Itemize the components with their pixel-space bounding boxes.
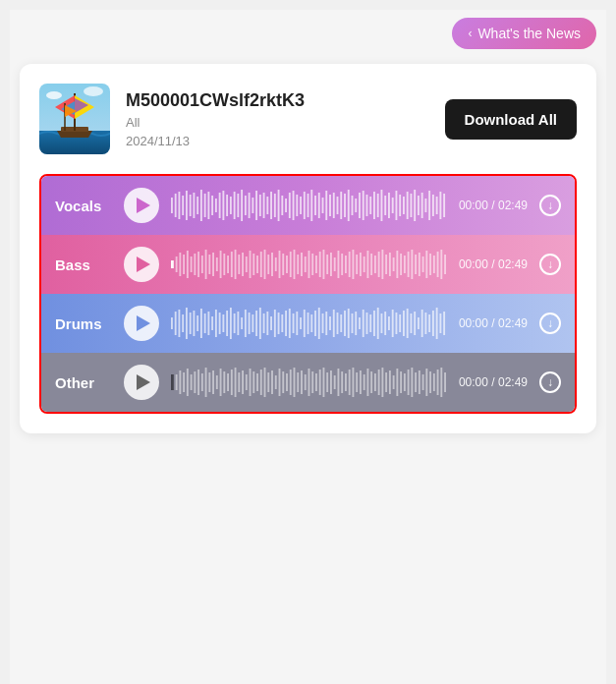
- svg-rect-281: [352, 368, 354, 397]
- svg-rect-18: [211, 196, 213, 215]
- svg-rect-226: [424, 313, 426, 334]
- track-id: M500001CWslf2rktK3: [126, 90, 429, 111]
- svg-rect-176: [241, 317, 243, 329]
- svg-rect-130: [349, 252, 351, 277]
- svg-rect-236: [187, 369, 189, 396]
- svg-rect-147: [411, 250, 413, 279]
- svg-rect-125: [330, 253, 332, 276]
- svg-rect-266: [297, 372, 299, 392]
- svg-rect-251: [242, 370, 244, 394]
- svg-rect-66: [388, 193, 390, 218]
- svg-rect-204: [344, 311, 346, 336]
- time-display-other: 00:00 / 02:49: [459, 375, 528, 389]
- svg-rect-255: [256, 373, 258, 391]
- svg-rect-190: [293, 314, 295, 333]
- svg-rect-42: [300, 197, 302, 214]
- svg-point-2: [84, 86, 103, 96]
- play-button-drums[interactable]: [124, 306, 159, 341]
- svg-rect-172: [226, 311, 228, 336]
- svg-rect-105: [256, 256, 258, 273]
- svg-rect-64: [381, 190, 383, 221]
- svg-rect-69: [399, 195, 401, 216]
- download-button-other[interactable]: ↓: [539, 371, 561, 393]
- svg-rect-126: [334, 257, 336, 271]
- svg-rect-237: [191, 374, 193, 390]
- svg-rect-71: [407, 192, 409, 219]
- svg-rect-141: [389, 253, 391, 276]
- download-button-bass[interactable]: ↓: [539, 254, 561, 275]
- svg-rect-238: [194, 371, 196, 393]
- svg-rect-35: [274, 194, 276, 217]
- svg-rect-164: [196, 315, 198, 331]
- svg-rect-99: [235, 250, 237, 279]
- svg-rect-68: [395, 191, 397, 220]
- main-card: M500001CWslf2rktK3 All 2024/11/13 Downlo…: [20, 64, 596, 433]
- svg-rect-13: [193, 193, 195, 218]
- svg-rect-257: [264, 368, 266, 397]
- svg-rect-100: [238, 255, 240, 274]
- svg-rect-295: [404, 373, 406, 391]
- time-display-drums: 00:00 / 02:49: [459, 316, 528, 330]
- svg-rect-200: [329, 316, 331, 330]
- svg-rect-77: [428, 191, 430, 220]
- svg-rect-201: [333, 310, 335, 337]
- play-button-vocals[interactable]: [124, 188, 159, 223]
- download-button-vocals[interactable]: ↓: [539, 195, 561, 216]
- svg-rect-173: [230, 308, 232, 339]
- download-all-button[interactable]: Download All: [445, 99, 577, 140]
- svg-rect-243: [212, 370, 214, 394]
- svg-rect-249: [235, 368, 237, 397]
- svg-rect-12: [190, 195, 192, 216]
- svg-rect-16: [204, 194, 206, 217]
- svg-rect-277: [337, 369, 339, 396]
- whats-the-news-button[interactable]: ‹ What's the News: [452, 18, 596, 49]
- svg-rect-79: [436, 197, 438, 214]
- svg-rect-157: [171, 317, 173, 329]
- svg-rect-263: [286, 373, 288, 391]
- svg-rect-10: [182, 196, 184, 215]
- svg-rect-253: [250, 369, 252, 396]
- svg-rect-213: [377, 308, 379, 339]
- svg-rect-85: [183, 255, 185, 274]
- svg-rect-65: [384, 196, 386, 215]
- svg-rect-206: [352, 314, 354, 333]
- svg-rect-260: [275, 375, 277, 389]
- svg-rect-235: [183, 372, 185, 392]
- svg-rect-219: [399, 314, 401, 332]
- svg-rect-212: [373, 311, 375, 336]
- svg-rect-110: [275, 257, 277, 271]
- svg-rect-87: [191, 256, 193, 272]
- svg-rect-37: [281, 196, 283, 215]
- svg-rect-170: [219, 313, 221, 334]
- svg-rect-30: [255, 191, 257, 220]
- chevron-left-icon: ‹: [468, 27, 472, 40]
- svg-rect-297: [411, 368, 413, 397]
- waveform-other: [171, 365, 447, 400]
- svg-rect-248: [231, 370, 233, 395]
- svg-rect-244: [216, 375, 218, 389]
- svg-rect-296: [408, 370, 410, 395]
- download-button-drums[interactable]: ↓: [539, 313, 561, 334]
- track-label-drums: Drums: [55, 315, 112, 332]
- svg-rect-14: [196, 197, 198, 214]
- svg-rect-55: [348, 190, 350, 221]
- svg-rect-182: [263, 314, 265, 333]
- svg-rect-223: [414, 312, 416, 335]
- svg-rect-136: [370, 254, 372, 275]
- svg-rect-57: [355, 199, 357, 212]
- svg-rect-78: [432, 195, 434, 216]
- svg-rect-142: [393, 257, 395, 271]
- svg-rect-127: [337, 251, 339, 278]
- svg-rect-218: [395, 313, 397, 334]
- svg-rect-80: [439, 192, 441, 219]
- svg-rect-269: [308, 369, 310, 396]
- svg-rect-270: [311, 371, 313, 393]
- play-button-bass[interactable]: [124, 247, 159, 282]
- play-button-other[interactable]: [124, 365, 159, 400]
- svg-rect-168: [211, 316, 213, 330]
- svg-rect-156: [444, 255, 446, 274]
- time-display-bass: 00:00 / 02:49: [459, 257, 528, 271]
- svg-rect-50: [329, 195, 331, 216]
- svg-rect-271: [315, 373, 317, 391]
- svg-rect-28: [249, 193, 251, 218]
